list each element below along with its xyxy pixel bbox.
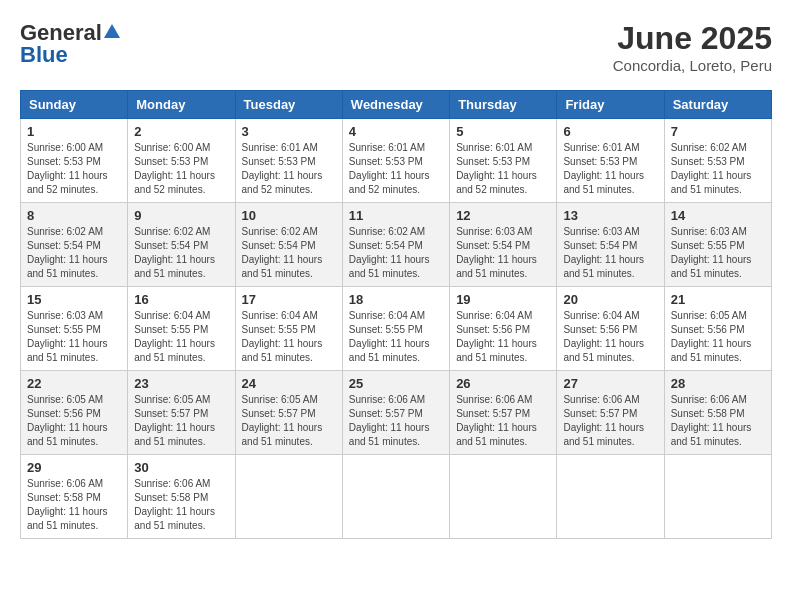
day-info: Sunrise: 6:02 AMSunset: 5:54 PMDaylight:… [242,225,336,281]
day-number: 5 [456,124,550,139]
calendar-day-cell: 16Sunrise: 6:04 AMSunset: 5:55 PMDayligh… [128,287,235,371]
logo: General Blue [20,20,122,68]
calendar-day-cell: 12Sunrise: 6:03 AMSunset: 5:54 PMDayligh… [450,203,557,287]
day-info: Sunrise: 6:05 AMSunset: 5:56 PMDaylight:… [671,309,765,365]
weekday-header-sunday: Sunday [21,91,128,119]
day-number: 9 [134,208,228,223]
calendar-day-cell: 3Sunrise: 6:01 AMSunset: 5:53 PMDaylight… [235,119,342,203]
weekday-header-monday: Monday [128,91,235,119]
weekday-header-tuesday: Tuesday [235,91,342,119]
day-info: Sunrise: 6:03 AMSunset: 5:54 PMDaylight:… [456,225,550,281]
day-number: 13 [563,208,657,223]
day-info: Sunrise: 6:02 AMSunset: 5:53 PMDaylight:… [671,141,765,197]
weekday-header-saturday: Saturday [664,91,771,119]
weekday-header-wednesday: Wednesday [342,91,449,119]
day-number: 26 [456,376,550,391]
calendar-table: SundayMondayTuesdayWednesdayThursdayFrid… [20,90,772,539]
calendar-day-cell: 4Sunrise: 6:01 AMSunset: 5:53 PMDaylight… [342,119,449,203]
day-info: Sunrise: 6:05 AMSunset: 5:57 PMDaylight:… [242,393,336,449]
calendar-day-cell: 30Sunrise: 6:06 AMSunset: 5:58 PMDayligh… [128,455,235,539]
day-number: 23 [134,376,228,391]
day-number: 3 [242,124,336,139]
calendar-day-cell: 28Sunrise: 6:06 AMSunset: 5:58 PMDayligh… [664,371,771,455]
day-number: 17 [242,292,336,307]
day-number: 4 [349,124,443,139]
day-number: 24 [242,376,336,391]
day-number: 29 [27,460,121,475]
calendar-day-cell: 23Sunrise: 6:05 AMSunset: 5:57 PMDayligh… [128,371,235,455]
day-info: Sunrise: 6:06 AMSunset: 5:58 PMDaylight:… [671,393,765,449]
day-info: Sunrise: 6:00 AMSunset: 5:53 PMDaylight:… [27,141,121,197]
day-info: Sunrise: 6:05 AMSunset: 5:57 PMDaylight:… [134,393,228,449]
day-info: Sunrise: 6:01 AMSunset: 5:53 PMDaylight:… [456,141,550,197]
day-info: Sunrise: 6:03 AMSunset: 5:55 PMDaylight:… [27,309,121,365]
logo-blue-text: Blue [20,42,68,68]
day-info: Sunrise: 6:02 AMSunset: 5:54 PMDaylight:… [27,225,121,281]
day-info: Sunrise: 6:06 AMSunset: 5:58 PMDaylight:… [134,477,228,533]
day-number: 19 [456,292,550,307]
calendar-day-cell: 13Sunrise: 6:03 AMSunset: 5:54 PMDayligh… [557,203,664,287]
day-info: Sunrise: 6:06 AMSunset: 5:57 PMDaylight:… [456,393,550,449]
calendar-day-cell: 10Sunrise: 6:02 AMSunset: 5:54 PMDayligh… [235,203,342,287]
day-number: 8 [27,208,121,223]
svg-marker-0 [104,24,120,38]
calendar-day-cell [557,455,664,539]
day-info: Sunrise: 6:06 AMSunset: 5:58 PMDaylight:… [27,477,121,533]
calendar-day-cell: 6Sunrise: 6:01 AMSunset: 5:53 PMDaylight… [557,119,664,203]
logo-triangle-icon [103,20,121,46]
calendar-day-cell [450,455,557,539]
day-info: Sunrise: 6:04 AMSunset: 5:56 PMDaylight:… [563,309,657,365]
day-number: 22 [27,376,121,391]
day-number: 15 [27,292,121,307]
calendar-day-cell: 29Sunrise: 6:06 AMSunset: 5:58 PMDayligh… [21,455,128,539]
calendar-day-cell [342,455,449,539]
day-number: 10 [242,208,336,223]
calendar-week-row: 15Sunrise: 6:03 AMSunset: 5:55 PMDayligh… [21,287,772,371]
day-number: 25 [349,376,443,391]
day-number: 2 [134,124,228,139]
day-number: 6 [563,124,657,139]
day-info: Sunrise: 6:02 AMSunset: 5:54 PMDaylight:… [349,225,443,281]
calendar-week-row: 1Sunrise: 6:00 AMSunset: 5:53 PMDaylight… [21,119,772,203]
day-info: Sunrise: 6:04 AMSunset: 5:55 PMDaylight:… [242,309,336,365]
day-number: 18 [349,292,443,307]
calendar-day-cell: 1Sunrise: 6:00 AMSunset: 5:53 PMDaylight… [21,119,128,203]
calendar-day-cell: 27Sunrise: 6:06 AMSunset: 5:57 PMDayligh… [557,371,664,455]
day-number: 28 [671,376,765,391]
day-number: 14 [671,208,765,223]
day-info: Sunrise: 6:06 AMSunset: 5:57 PMDaylight:… [349,393,443,449]
day-info: Sunrise: 6:05 AMSunset: 5:56 PMDaylight:… [27,393,121,449]
day-info: Sunrise: 6:04 AMSunset: 5:56 PMDaylight:… [456,309,550,365]
location-subtitle: Concordia, Loreto, Peru [613,57,772,74]
calendar-day-cell: 11Sunrise: 6:02 AMSunset: 5:54 PMDayligh… [342,203,449,287]
calendar-week-row: 8Sunrise: 6:02 AMSunset: 5:54 PMDaylight… [21,203,772,287]
day-number: 30 [134,460,228,475]
day-number: 27 [563,376,657,391]
calendar-day-cell [235,455,342,539]
day-info: Sunrise: 6:00 AMSunset: 5:53 PMDaylight:… [134,141,228,197]
day-info: Sunrise: 6:01 AMSunset: 5:53 PMDaylight:… [563,141,657,197]
calendar-day-cell: 26Sunrise: 6:06 AMSunset: 5:57 PMDayligh… [450,371,557,455]
day-number: 11 [349,208,443,223]
calendar-day-cell: 21Sunrise: 6:05 AMSunset: 5:56 PMDayligh… [664,287,771,371]
calendar-day-cell: 25Sunrise: 6:06 AMSunset: 5:57 PMDayligh… [342,371,449,455]
day-number: 21 [671,292,765,307]
calendar-day-cell: 8Sunrise: 6:02 AMSunset: 5:54 PMDaylight… [21,203,128,287]
weekday-header-thursday: Thursday [450,91,557,119]
weekday-header-friday: Friday [557,91,664,119]
calendar-body: 1Sunrise: 6:00 AMSunset: 5:53 PMDaylight… [21,119,772,539]
calendar-day-cell: 9Sunrise: 6:02 AMSunset: 5:54 PMDaylight… [128,203,235,287]
day-number: 12 [456,208,550,223]
calendar-week-row: 29Sunrise: 6:06 AMSunset: 5:58 PMDayligh… [21,455,772,539]
calendar-day-cell: 20Sunrise: 6:04 AMSunset: 5:56 PMDayligh… [557,287,664,371]
calendar-day-cell: 7Sunrise: 6:02 AMSunset: 5:53 PMDaylight… [664,119,771,203]
day-info: Sunrise: 6:03 AMSunset: 5:54 PMDaylight:… [563,225,657,281]
calendar-day-cell: 17Sunrise: 6:04 AMSunset: 5:55 PMDayligh… [235,287,342,371]
title-block: June 2025 Concordia, Loreto, Peru [613,20,772,74]
day-number: 16 [134,292,228,307]
calendar-day-cell: 24Sunrise: 6:05 AMSunset: 5:57 PMDayligh… [235,371,342,455]
page-header: General Blue June 2025 Concordia, Loreto… [20,20,772,74]
day-info: Sunrise: 6:01 AMSunset: 5:53 PMDaylight:… [242,141,336,197]
day-number: 20 [563,292,657,307]
calendar-day-cell: 15Sunrise: 6:03 AMSunset: 5:55 PMDayligh… [21,287,128,371]
